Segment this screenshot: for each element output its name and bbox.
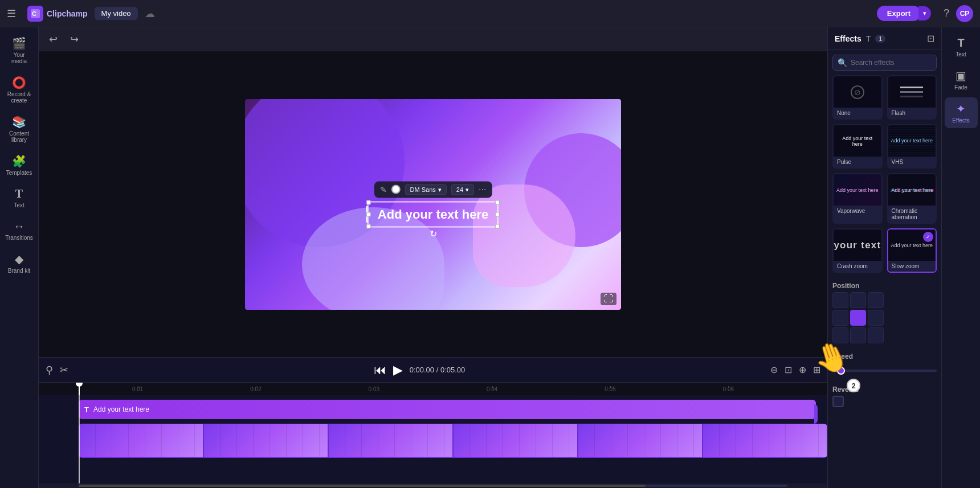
resize-handle-ml[interactable] xyxy=(366,212,371,216)
pos-cell-2[interactable] xyxy=(868,292,884,308)
project-name-button[interactable]: My video xyxy=(95,7,138,20)
effect-thumb-crash: your text xyxy=(834,229,881,261)
video-thumb-3 xyxy=(328,424,453,458)
right-panel-header: Effects T 1 ⊡ xyxy=(828,27,941,50)
ruler-mark-3: 0:04 xyxy=(433,386,551,392)
skip-back-button[interactable]: ⏮ xyxy=(374,363,386,378)
logo-text: Clipchamp xyxy=(47,9,88,18)
text-track-icon: T xyxy=(84,405,89,414)
color-picker[interactable] xyxy=(391,185,401,194)
topbar: ☰ C Clipchamp My video ☁ Export ▾ ? CP xyxy=(0,0,980,27)
text-box-content[interactable]: Add your text here xyxy=(378,207,488,222)
layout-toggle-button[interactable]: ⊡ xyxy=(927,33,934,44)
pos-cell-5[interactable] xyxy=(868,310,884,326)
pos-cell-0[interactable] xyxy=(832,292,848,308)
play-button[interactable]: ▶ xyxy=(393,363,403,378)
timeline-controls: ⚲ ✂ ⏮ ▶ 0:00.00 / 0:05.00 ⊖ ⊡ ⊕ ⊞ xyxy=(39,358,827,383)
resize-handle-tl[interactable] xyxy=(366,200,371,204)
cloud-save-icon[interactable]: ☁ xyxy=(145,7,155,20)
text-edit-toolbar: ✎ DM Sans ▾ 24 ▾ ··· xyxy=(374,181,492,198)
video-track xyxy=(39,424,827,458)
pos-cell-6[interactable] xyxy=(832,327,848,343)
effect-chromatic[interactable]: Add your text here Add your text here Ad… xyxy=(887,173,937,224)
sidebar-item-brand-kit[interactable]: ◆ Brand kit xyxy=(3,248,36,278)
magnet-icon[interactable]: ⚲ xyxy=(46,364,53,376)
sidebar-item-label-brand: Brand kit xyxy=(8,268,30,274)
export-dropdown-arrow[interactable]: ▾ xyxy=(918,6,931,20)
main-layout: 🎬 Your media ⭕ Record & create 📚 Content… xyxy=(0,27,980,488)
text-overlay-container: ✎ DM Sans ▾ 24 ▾ ··· xyxy=(368,181,499,227)
font-select[interactable]: DM Sans ▾ xyxy=(405,184,447,195)
slow-zoom-check-badge: ✓ xyxy=(923,232,933,242)
text-icon: T xyxy=(15,187,23,200)
fullscreen-button[interactable]: ⛶ xyxy=(601,293,616,305)
far-sidebar-fade[interactable]: ▣ Fade xyxy=(945,64,978,95)
video-track-clip[interactable] xyxy=(79,424,827,458)
effect-label-none: None xyxy=(834,108,881,118)
menu-icon[interactable]: ☰ xyxy=(7,7,16,20)
size-select[interactable]: 24 ▾ xyxy=(451,184,474,195)
pos-cell-8[interactable] xyxy=(868,327,884,343)
redo-button[interactable]: ↪ xyxy=(67,31,82,48)
reverse-checkbox[interactable] xyxy=(832,396,844,407)
pos-cell-4[interactable] xyxy=(850,310,866,326)
playhead-indicator xyxy=(79,383,80,395)
svg-text:C: C xyxy=(32,10,36,17)
rotate-handle[interactable]: ↻ xyxy=(430,228,437,239)
position-grid xyxy=(832,292,937,343)
right-panel-badge: 1 xyxy=(875,35,885,43)
pos-cell-7[interactable] xyxy=(850,327,866,343)
more-options-button[interactable]: ··· xyxy=(479,184,486,195)
resize-handle-bl[interactable] xyxy=(366,224,371,228)
text-track-clip[interactable]: T Add your text here xyxy=(79,400,816,419)
resize-handle-br[interactable] xyxy=(495,224,500,228)
sidebar-item-record-create[interactable]: ⭕ Record & create xyxy=(3,71,36,108)
size-dropdown-arrow: ▾ xyxy=(466,186,469,193)
far-sidebar-text[interactable]: T Text xyxy=(945,32,978,62)
svg-rect-3 xyxy=(900,87,923,88)
effect-none[interactable]: ⊘ None xyxy=(832,75,883,120)
export-button[interactable]: Export xyxy=(877,6,921,21)
text-box[interactable]: Add your text here ↻ xyxy=(368,201,499,227)
effect-pulse[interactable]: Add your text here Pulse xyxy=(832,124,883,169)
text-track-clip-end[interactable] xyxy=(814,404,818,424)
scrollbar-track[interactable] xyxy=(79,485,787,487)
help-icon[interactable]: ? xyxy=(944,7,949,19)
sidebar-item-content-library[interactable]: 📚 Content library xyxy=(3,110,36,147)
effect-flash[interactable]: Flash xyxy=(887,75,937,120)
speed-slider-thumb[interactable] xyxy=(837,367,845,375)
far-sidebar-effects[interactable]: ✦ Effects 🤚 1 xyxy=(945,97,978,128)
sidebar-item-text[interactable]: T Text xyxy=(3,183,36,213)
search-effects-input[interactable] xyxy=(851,59,936,67)
resize-handle-tr[interactable] xyxy=(495,200,500,204)
effect-crash-zoom[interactable]: your text Crash zoom xyxy=(832,228,883,273)
zoom-in-button[interactable]: ⊕ xyxy=(799,364,806,375)
your-media-icon: 🎬 xyxy=(12,36,26,50)
text-track: T Add your text here xyxy=(39,395,827,424)
speed-slider-track[interactable] xyxy=(832,370,937,372)
sidebar-item-your-media[interactable]: 🎬 Your media xyxy=(3,32,36,69)
transitions-icon: ↔ xyxy=(14,220,25,233)
sidebar-item-templates[interactable]: 🧩 Templates xyxy=(3,150,36,181)
video-thumb-6 xyxy=(703,424,827,458)
effect-vhs[interactable]: Add your text here VHS xyxy=(887,124,937,169)
grid-view-button[interactable]: ⊞ xyxy=(813,364,820,375)
effect-thumb-none: ⊘ xyxy=(834,76,881,108)
effect-label-crash-zoom: Crash zoom xyxy=(834,261,881,272)
scrollbar-thumb[interactable] xyxy=(79,485,646,487)
far-sidebar-effects-label: Effects xyxy=(952,117,969,124)
pencil-icon[interactable]: ✎ xyxy=(380,185,387,194)
resize-handle-mr[interactable] xyxy=(495,212,500,216)
sidebar-item-transitions[interactable]: ↔ Transitions xyxy=(3,215,36,245)
no-effect-icon: ⊘ xyxy=(851,85,864,99)
fit-button[interactable]: ⊡ xyxy=(785,364,792,375)
far-text-icon: T xyxy=(957,36,964,50)
pos-cell-3[interactable] xyxy=(832,310,848,326)
effect-vaporwave[interactable]: Add your text here Vaporwave xyxy=(832,173,883,224)
undo-button[interactable]: ↩ xyxy=(46,31,61,48)
effect-slow-zoom[interactable]: Add your text here ✓ Slow zoom xyxy=(887,228,937,273)
zoom-out-button[interactable]: ⊖ xyxy=(770,364,778,375)
scissors-icon[interactable]: ✂ xyxy=(60,364,68,376)
avatar[interactable]: CP xyxy=(956,5,973,22)
pos-cell-1[interactable] xyxy=(850,292,866,308)
